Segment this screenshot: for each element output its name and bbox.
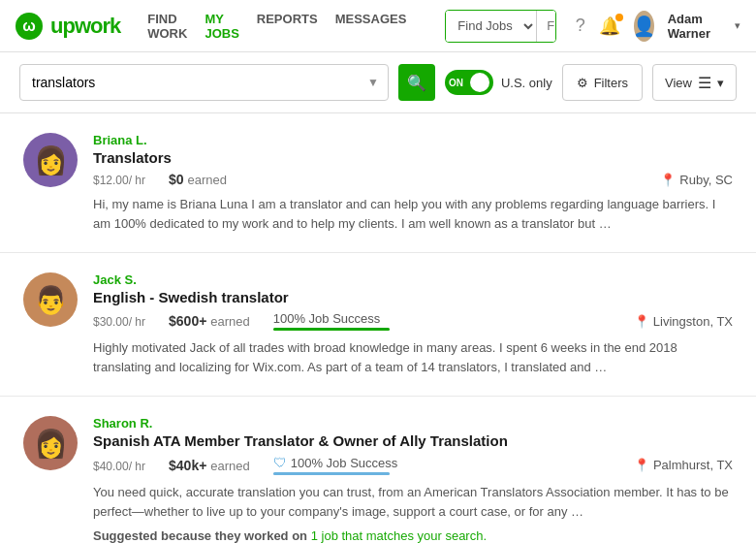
freelancer-card-3: 👩 Sharon R. Spanish ATA Member Translato… [0,397,756,543]
user-menu-chevron[interactable]: ▾ [735,19,740,32]
card-2-meta: $30.00/ hr $600+ earned 100% Job Success… [93,311,733,331]
card-3-name[interactable]: Sharon R. [93,416,733,431]
upwork-logo-icon [16,13,43,40]
filter-label: Filters [594,76,628,90]
us-only-toggle-wrap: ON U.S. only [445,70,552,95]
job-success-bar-2 [273,328,390,331]
search-dropdown-icon[interactable]: ▼ [367,76,379,89]
view-chevron-icon: ▾ [717,76,724,90]
card-3-body: Sharon R. Spanish ATA Member Translator … [93,416,733,543]
card-3-job-success: 🛡 100% Job Success [273,455,398,475]
top-navigation: upwork FIND WORK MY JOBS REPORTS MESSAGE… [0,0,756,52]
card-2-name[interactable]: Jack S. [93,272,733,287]
card-1-rate: $12.00/ hr [93,172,145,187]
card-3-suggested: Suggested because they worked on 1 job t… [93,528,733,543]
search-icon: 🔍 [407,74,426,92]
filters-button[interactable]: ⚙ Filters [562,64,643,101]
filter-icon: ⚙ [577,76,588,90]
nav-reports[interactable]: REPORTS [257,12,318,41]
top-search-type-select[interactable]: Find Jobs [446,11,537,42]
card-3-description: You need quick, accurate translation you… [93,483,733,521]
card-3-location: 📍 Palmhurst, TX [634,458,733,472]
top-nav-icons: ? 🔔 👤 Adam Warner ▾ [576,11,740,42]
suggested-job-link[interactable]: 1 job that matches your search. [311,528,487,543]
nav-messages[interactable]: MESSAGES [335,12,407,41]
avatar-3[interactable]: 👩 [23,416,78,470]
card-2-job-success: 100% Job Success [273,311,390,331]
card-2-rate: $30.00/ hr [93,313,145,329]
card-1-title: Translators [93,149,733,166]
upwork-logo-text: upwork [50,14,120,39]
card-2-location: 📍 Livingston, TX [634,314,733,329]
freelancer-card-2: 👨 Jack S. English - Swedish translator $… [0,253,756,397]
notification-badge [615,14,623,21]
search-input-wrap: ▼ [19,64,389,101]
location-pin-icon-3: 📍 [634,458,649,472]
card-3-title: Spanish ATA Member Translator & Owner of… [93,432,733,449]
top-search-bar: Find Jobs [445,10,555,43]
nav-find-work[interactable]: FIND WORK [147,12,187,41]
avatar-1-image: 👩 [34,144,68,176]
notifications-icon[interactable]: 🔔 [599,16,620,37]
freelancer-card-1: 👩 Briana L. Translators $12.00/ hr $0 ea… [0,113,756,253]
avatar[interactable]: 👤 [634,11,654,42]
card-3-rate: $40.00/ hr [93,458,145,473]
avatar-1[interactable]: 👩 [23,133,78,187]
view-list-icon: ☰ [698,74,711,92]
job-success-fill-3 [273,472,390,475]
card-2-description: Highly motivated Jack of all trades with… [93,338,733,376]
location-pin-icon: 📍 [660,173,676,187]
search-input[interactable] [19,64,389,101]
avatar-3-image: 👩 [34,428,68,460]
shield-icon: 🛡 [273,455,287,470]
card-2-title: English - Swedish translator [93,289,733,305]
card-1-description: Hi, my name is Briana Luna I am a transl… [93,195,733,233]
toggle-on-label: ON [449,78,463,88]
card-1-body: Briana L. Translators $12.00/ hr $0 earn… [93,133,733,233]
toggle-knob [470,73,489,92]
top-nav-links: FIND WORK MY JOBS REPORTS MESSAGES [147,12,406,41]
job-success-bar-3 [273,472,390,475]
card-2-earned: $600+ earned [169,313,250,329]
top-search-input[interactable] [537,11,555,42]
us-only-toggle[interactable]: ON [445,70,493,95]
help-icon[interactable]: ? [576,16,585,36]
card-1-name[interactable]: Briana L. [93,133,733,147]
card-1-location: 📍 Ruby, SC [660,173,733,187]
view-label: View [665,76,692,90]
card-3-earned: $40k+ earned [169,458,250,473]
avatar-2-image: 👨 [34,284,68,316]
us-only-label: U.S. only [501,76,552,90]
location-pin-icon-2: 📍 [634,314,649,329]
search-filter-bar: ▼ 🔍 ON U.S. only ⚙ Filters View ☰ ▾ [0,52,756,113]
card-1-earned: $0 earned [169,172,227,187]
logo[interactable]: upwork [16,13,120,40]
results-list: 👩 Briana L. Translators $12.00/ hr $0 ea… [0,113,756,543]
card-2-body: Jack S. English - Swedish translator $30… [93,272,733,376]
nav-my-jobs[interactable]: MY JOBS [205,12,238,41]
search-button[interactable]: 🔍 [398,64,435,101]
job-success-fill-2 [273,328,390,331]
card-1-meta: $12.00/ hr $0 earned 📍 Ruby, SC [93,172,733,187]
view-button[interactable]: View ☰ ▾ [652,64,737,101]
avatar-2[interactable]: 👨 [23,272,78,327]
card-3-meta: $40.00/ hr $40k+ earned 🛡 100% Job Succe… [93,455,733,475]
user-name[interactable]: Adam Warner [668,12,721,41]
